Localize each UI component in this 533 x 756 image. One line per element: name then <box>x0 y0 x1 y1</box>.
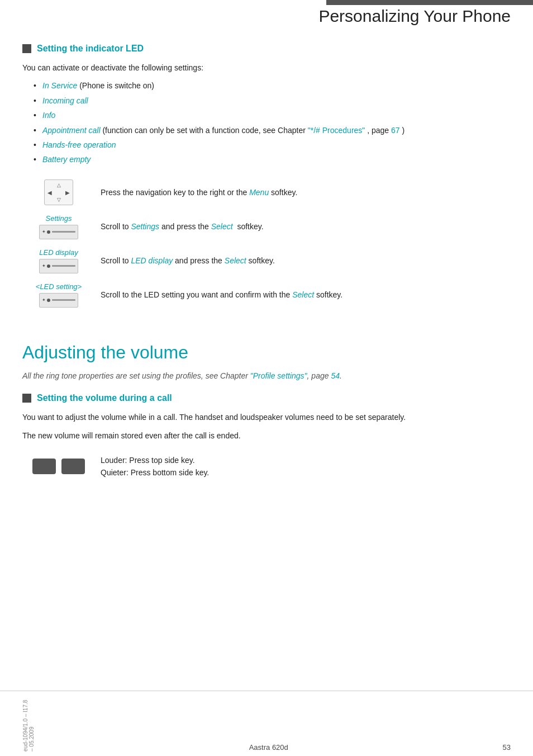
step-row-2: Settings ✦ Scroll to Settings and press … <box>22 210 511 244</box>
step1-icon-cell: △ ▽ ▶ ◀ <box>22 175 95 210</box>
footer-vertical-text: eud-1094/1.0 – I17.8 – 05.2009 <box>22 696 35 752</box>
phone-line3 <box>52 299 75 301</box>
led-display-label: LED display <box>39 248 78 257</box>
list-item: Hands-free operation <box>34 139 511 151</box>
vol-block-2 <box>61 459 85 474</box>
settings-label: Settings <box>46 214 72 223</box>
phone-line2 <box>52 265 75 267</box>
footer: eud-1094/1.0 – I17.8 – 05.2009 Aastra 62… <box>0 691 533 756</box>
bullet-italic: Incoming call <box>42 96 88 105</box>
bullet-italic: Hands-free operation <box>42 140 116 149</box>
nav-down-label: ▽ <box>57 197 61 202</box>
step2-settings-italic: Settings <box>131 222 159 231</box>
nav-right-arrow: ▶ <box>65 189 70 195</box>
step1-menu-italic: Menu <box>249 188 269 197</box>
volume-step-table: Louder: Press top side key. Quieter: Pre… <box>22 450 511 484</box>
step2-icon-cell: Settings ✦ <box>22 210 95 244</box>
volume-step-desc: Louder: Press top side key. Quieter: Pre… <box>95 450 511 484</box>
step-row-4: <LED setting> ✦ Scroll to the LED settin… <box>22 278 511 312</box>
volume-icon-cell <box>22 450 95 484</box>
footer-page: 53 <box>503 743 511 752</box>
profile-page-link[interactable]: 54 <box>331 371 340 380</box>
step4-desc: Scroll to the LED setting you want and c… <box>95 278 511 312</box>
steps-table: △ ▽ ▶ ◀ Press the navigation key to the … <box>22 175 511 312</box>
step1-desc: Press the navigation key to the right or… <box>95 175 511 210</box>
star-dot2: ✦ <box>42 264 45 268</box>
step4-select-italic: Select <box>292 290 314 299</box>
list-item: Incoming call <box>34 94 511 107</box>
volume-icon-wrap <box>28 459 89 474</box>
section2-italic-note: All the ring tone properties are set usi… <box>22 370 511 382</box>
star-dot3: ✦ <box>42 299 45 302</box>
nav-up-label: △ <box>57 182 61 188</box>
step3-icon-cell: LED display ✦ <box>22 244 95 278</box>
dot2 <box>47 264 50 268</box>
section2-big-title: Adjusting the volume <box>22 342 511 363</box>
section1-heading: Setting the indicator LED <box>22 44 511 54</box>
section2-square-icon <box>22 394 31 403</box>
bullet-rest: (function can only be set with a functio… <box>102 126 307 135</box>
bullet-italic: Appointment call <box>42 126 101 135</box>
step-row-3: LED display ✦ Scroll to LED display and … <box>22 244 511 278</box>
star-dot: ✦ <box>42 230 45 234</box>
dot1 <box>47 230 50 234</box>
volume-step-row: Louder: Press top side key. Quieter: Pre… <box>22 450 511 484</box>
step3-desc: Scroll to LED display and press the Sele… <box>95 244 511 278</box>
bullet-page-ref: , page <box>367 126 391 135</box>
settings-screen-icon: ✦ <box>39 225 78 239</box>
step3-led-italic: LED display <box>131 256 173 265</box>
footer-model: Aastra 620d <box>249 743 288 752</box>
step-row-1: △ ▽ ▶ ◀ Press the navigation key to the … <box>22 175 511 210</box>
bullet-italic: Battery empty <box>42 155 91 164</box>
section2-body1: You want to adjust the volume while in a… <box>22 411 511 423</box>
ledsetting-screen-icon: ✦ <box>39 293 78 308</box>
procedures-link[interactable]: "*/# Procedures" <box>308 126 365 135</box>
section1-intro: You can activate or deactivate the follo… <box>22 62 511 74</box>
bullet-list: In Service (Phone is switche on) Incomin… <box>34 79 511 166</box>
page-title: Personalizing Your Phone <box>318 7 511 26</box>
section1-title: Setting the indicator LED <box>37 44 144 54</box>
list-item: Info <box>34 109 511 121</box>
header-accent-bar <box>326 0 533 5</box>
list-item: Battery empty <box>34 153 511 166</box>
louder-desc: Louder: Press top side key. <box>101 454 505 466</box>
nav-left-arrow: ◀ <box>47 189 52 195</box>
section2: Adjusting the volume All the ring tone p… <box>22 323 511 484</box>
profile-settings-link[interactable]: "Profile settings" <box>250 371 307 380</box>
settings-screen-wrap: Settings ✦ <box>28 214 89 239</box>
led-screen-wrap: LED display ✦ <box>28 248 89 273</box>
list-item: In Service (Phone is switche on) <box>34 79 511 92</box>
nav-key-icon: △ ▽ ▶ ◀ <box>44 179 73 205</box>
ledsetting-screen-wrap: <LED setting> ✦ <box>28 282 89 308</box>
bullet-rest: (Phone is switche on) <box>79 81 154 90</box>
step3-select-italic: Select <box>225 256 246 265</box>
vol-block-1 <box>32 459 56 474</box>
bullet-italic: In Service <box>42 81 77 90</box>
step2-select-italic: Select <box>211 222 233 231</box>
bullet-end: ) <box>402 126 404 135</box>
led-screen-icon: ✦ <box>39 259 78 273</box>
section2-body2: The new volume will remain stored even a… <box>22 429 511 442</box>
bullet-italic: Info <box>42 111 55 120</box>
section-square-icon <box>22 44 31 53</box>
step2-desc: Scroll to Settings and press the Select … <box>95 210 511 244</box>
dot3 <box>47 299 50 302</box>
quieter-desc: Quieter: Press bottom side key. <box>101 466 505 479</box>
section2-heading: Setting the volume during a call <box>22 393 511 403</box>
step4-icon-cell: <LED setting> ✦ <box>22 278 95 312</box>
page-link[interactable]: 67 <box>391 126 400 135</box>
phone-line1 <box>52 231 75 233</box>
ledsetting-label: <LED setting> <box>36 282 82 291</box>
section2-title: Setting the volume during a call <box>37 393 172 403</box>
list-item: Appointment call (function can only be s… <box>34 124 511 136</box>
